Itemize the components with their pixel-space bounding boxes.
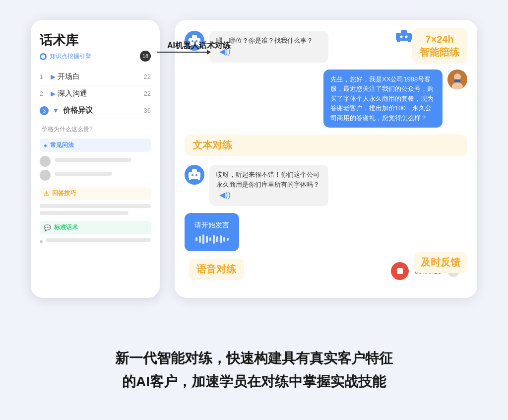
svg-point-0 xyxy=(41,55,45,59)
tips-bar-1 xyxy=(40,204,151,208)
msg-record: 请开始发言 xyxy=(185,213,467,251)
menu-label-3: 价格异议 xyxy=(63,106,93,115)
arrow-connector: AI机器人话术对练 xyxy=(157,50,211,55)
standard-icon: 💬 xyxy=(44,224,51,231)
faq-header: ● 常见问法 xyxy=(40,139,151,152)
faq-item-2 xyxy=(40,170,151,181)
wave-3 xyxy=(202,234,204,244)
wave-5 xyxy=(209,237,211,241)
avatar-1 xyxy=(40,156,51,167)
wave-9 xyxy=(223,237,225,242)
menu-arrow-2: ▶ xyxy=(51,90,56,97)
svg-rect-6 xyxy=(408,40,411,42)
user-text-1: 先生，您好，我是XX公司1988号客服，最近您关注了我们的公众号，购买了字体个人… xyxy=(330,75,434,122)
faq-bar-1 xyxy=(55,158,151,165)
faq-section: ● 常见问法 xyxy=(40,139,151,181)
standard-label: 标准话术 xyxy=(54,223,78,232)
top-bot-decoration xyxy=(395,29,413,45)
std-bar-1 xyxy=(46,238,151,242)
tips-header: ⚠ 回答技巧 xyxy=(40,187,151,200)
svg-point-14 xyxy=(454,73,461,80)
tag-7x24: 7×24h 智能陪练 xyxy=(412,28,467,64)
faq-icon: ● xyxy=(44,142,47,149)
msg-user-1: 先生，您好，我是XX公司1988号客服，最近您关注了我们的公众号，购买了字体个人… xyxy=(185,70,467,128)
voice-drill-tag: 语音对练 xyxy=(189,259,244,280)
bottom-text: 新一代智能对练，快速构建具有真实客户特征 的AI客户，加速学员在对练中掌握实战技… xyxy=(115,323,393,394)
badge-count: 18 xyxy=(140,51,151,62)
wave-7 xyxy=(216,236,218,242)
user-avatar-1 xyxy=(447,70,467,89)
bottom-text-content: 新一代智能对练，快速构建具有真实客户特征 的AI客户，加速学员在对练中掌握实战技… xyxy=(115,350,393,390)
tips-section: ⚠ 回答技巧 xyxy=(40,187,151,215)
chat-messages: 喂，哪位？你是谁？找我什么事？ ◀)) 先生，您好，我是XX公司1988号客服，… xyxy=(185,31,467,251)
wave-8 xyxy=(220,235,222,243)
avatar-2 xyxy=(40,170,51,181)
sub-question: 价格为什么这么贵? xyxy=(40,125,151,134)
svg-point-19 xyxy=(191,174,193,176)
menu-arrow-1: ▶ xyxy=(51,73,56,80)
bubble-bot-2: 哎呀，听起来很不错！你们这个公司永久商用是你们库里所有的字体吗？ ◀)) xyxy=(209,165,328,206)
record-bubble: 请开始发言 xyxy=(185,213,239,251)
svg-rect-17 xyxy=(189,172,200,179)
chat-panel: 7×24h 智能陪练 xyxy=(175,20,477,298)
tips-icon: ⚠ xyxy=(44,190,49,197)
bubble-user-1: 先生，您好，我是XX公司1988号客服，最近您关注了我们的公众号，购买了字体个人… xyxy=(323,70,443,128)
main-container: 话术库 知识点挖掘引擎 18 1 ▶ 开场白 22 2 ▶ 深入沟通 22 3 xyxy=(31,20,477,298)
standard-header: 💬 标准话术 xyxy=(40,221,151,234)
waveform xyxy=(194,234,229,244)
svg-rect-2 xyxy=(401,30,407,34)
tips-label: 回答技巧 xyxy=(52,189,76,198)
svg-rect-22 xyxy=(198,178,200,180)
faq-label: 常见问法 xyxy=(50,141,74,149)
std-item-1 xyxy=(40,238,151,245)
tips-bar-2 xyxy=(40,211,128,215)
bot-text-2: 哎呀，听起来很不错！你们这个公司永久商用是你们库里所有的字体吗？ xyxy=(216,171,319,188)
subtitle-label: 知识点挖掘引擎 xyxy=(50,52,91,61)
bar-short-1 xyxy=(55,172,112,176)
svg-point-4 xyxy=(405,36,408,38)
phone-subtitle: 知识点挖掘引擎 xyxy=(40,52,151,61)
record-stop-button[interactable] xyxy=(391,262,409,280)
text-drill-tag: 文本对练 xyxy=(185,135,467,156)
menu-item-2[interactable]: 2 ▶ 深入沟通 22 xyxy=(40,85,151,102)
stop-icon xyxy=(397,268,403,274)
wave-6 xyxy=(213,235,215,244)
arrow-line xyxy=(157,52,207,53)
menu-list: 1 ▶ 开场白 22 2 ▶ 深入沟通 22 3 ▼ 价格异议 36 xyxy=(40,69,151,119)
bar-med-1 xyxy=(55,158,131,162)
standard-section: 💬 标准话术 xyxy=(40,221,151,245)
menu-count-3: 36 xyxy=(144,107,151,114)
arrow-label: AI机器人话术对练 xyxy=(167,41,231,51)
menu-item-3[interactable]: 3 ▼ 价格异议 36 xyxy=(40,102,151,119)
wave-10 xyxy=(227,238,229,241)
menu-num-1: 1 xyxy=(40,73,49,80)
svg-rect-5 xyxy=(397,40,400,42)
menu-item-1[interactable]: 1 ▶ 开场白 22 xyxy=(40,69,151,85)
menu-label-2: 深入沟通 xyxy=(58,89,87,98)
wave-1 xyxy=(195,237,197,241)
svg-point-20 xyxy=(195,174,197,176)
sound-icon-2: ◀)) xyxy=(219,191,231,199)
svg-rect-18 xyxy=(192,169,197,173)
menu-count-2: 22 xyxy=(144,90,151,97)
wave-2 xyxy=(199,236,201,243)
svg-rect-1 xyxy=(396,33,412,41)
dot-1 xyxy=(40,240,43,243)
menu-label-1: 开场白 xyxy=(58,72,80,81)
svg-point-3 xyxy=(400,36,403,38)
phone-title: 话术库 xyxy=(40,32,151,49)
svg-rect-21 xyxy=(189,178,191,180)
msg-bot-2: 哎呀，听起来很不错！你们这个公司永久商用是你们库里所有的字体吗？ ◀)) xyxy=(185,165,467,206)
menu-arrow-3: ▼ xyxy=(53,107,59,114)
menu-num-3: 3 xyxy=(40,106,49,115)
faq-bar-2 xyxy=(55,172,151,179)
knowledge-icon xyxy=(40,53,47,60)
tag-feedback: 及时反馈 xyxy=(414,252,467,273)
wave-4 xyxy=(206,236,208,243)
bot-text-1: 喂，哪位？你是谁？找我什么事？ xyxy=(216,37,313,44)
bot-avatar-2 xyxy=(185,165,204,185)
phone-mockup: 话术库 知识点挖掘引擎 18 1 ▶ 开场白 22 2 ▶ 深入沟通 22 3 xyxy=(31,20,160,298)
menu-num-2: 2 xyxy=(40,90,49,97)
svg-rect-16 xyxy=(454,79,460,82)
record-text: 请开始发言 xyxy=(194,220,229,230)
